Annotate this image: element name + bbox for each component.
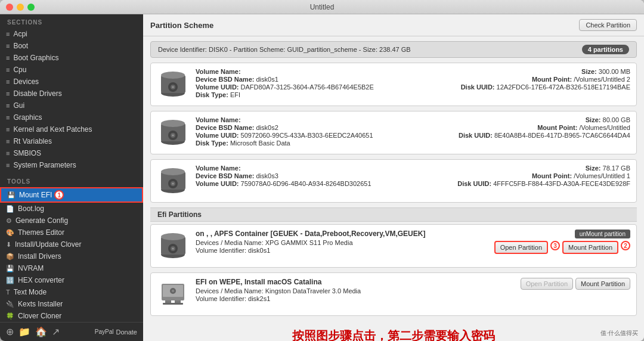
efi-title-2: EFI on WEPE, Install macOS Catalina	[196, 278, 515, 286]
efi-partition-item-2: EFI on WEPE, Install macOS Catalina Devi…	[150, 272, 637, 316]
volume-uuid-field: Volume UUID: 759078A0-6D96-4B40-A934-826…	[196, 180, 410, 187]
volume-name-field: Volume Name:	[196, 68, 410, 75]
close-button[interactable]	[6, 4, 13, 11]
window-controls[interactable]	[6, 4, 35, 11]
list-icon: ≡	[6, 114, 10, 121]
sidebar-item-cpu[interactable]: ≡ Cpu	[0, 64, 143, 76]
sidebar-item-label: Acpi	[13, 30, 27, 38]
sidebar-item-label: Boot.log	[18, 204, 44, 213]
partition-details-2: Volume Name: Device BSD Name: disk0s2 Vo…	[196, 116, 630, 149]
svg-point-2	[161, 72, 185, 79]
sidebar: SECTIONS ≡ Acpi ≡ Boot ≡ Boot Graphics ≡…	[0, 14, 143, 341]
sidebar-item-graphics[interactable]: ≡ Graphics	[0, 111, 143, 123]
sidebar-item-themes-editor[interactable]: 🎨 Themes Editor	[0, 227, 143, 238]
sidebar-item-label: Cpu	[13, 66, 26, 74]
kext-icon: 🔌	[6, 300, 14, 308]
instruction-text: 按照图步骤点击，第二步需要输入密码	[150, 321, 637, 341]
partition-details-1: Volume Name: Device BSD Name: disk0s1 Vo…	[196, 68, 630, 101]
sidebar-item-install-drivers[interactable]: 📦 Install Drivers	[0, 250, 143, 262]
mount-point-field: Mount Point: /Volumes/Untitled 1	[416, 172, 631, 179]
open-partition-button-1[interactable]: Open Partition	[494, 241, 548, 254]
device-bsd-field: Device BSD Name: disk0s1	[196, 76, 410, 83]
disk-icon-2	[157, 116, 190, 149]
palette-icon: 🎨	[6, 229, 14, 237]
sidebar-item-acpi[interactable]: ≡ Acpi	[0, 28, 143, 40]
sidebar-item-hex-converter[interactable]: 🔢 HEX converter	[0, 274, 143, 286]
efi-partition-item-1: on , , APFS Container [GEUEK - Data,Preb…	[150, 224, 637, 268]
svg-point-11	[172, 135, 174, 137]
sidebar-item-label: Disable Drivers	[13, 89, 61, 98]
disk-uuid-field: Disk UUID: 12A2FDC6-17E6-472A-B326-518E1…	[416, 83, 631, 91]
disk-icon-1	[157, 68, 190, 101]
maximize-button[interactable]	[27, 4, 35, 11]
partition-buttons-1: Open Partition 3 Mount Partition 2	[494, 241, 630, 254]
sidebar-item-label: Themes Editor	[18, 228, 64, 237]
disk-uuid-field: Disk UUID: 8E40A8B4-8DE6-417D-B965-7CA6C…	[416, 132, 631, 139]
partition-scroll-area[interactable]: Device Identifier: DISK0 - Partition Sch…	[143, 36, 644, 341]
sidebar-item-label: Graphics	[13, 113, 42, 122]
efi-disk-icon-2	[157, 278, 190, 311]
sidebar-item-kexts-installer[interactable]: 🔌 Kexts Installer	[0, 298, 143, 310]
donate-button[interactable]: PayPal Donate	[95, 328, 137, 336]
driver-icon: 📦	[6, 253, 14, 261]
list-icon: ≡	[6, 162, 10, 169]
sidebar-item-generate-config[interactable]: ⚙ Generate Config	[0, 215, 143, 227]
volume-name-field: Volume Name:	[196, 165, 410, 172]
sidebar-item-label: SMBIOS	[13, 149, 41, 157]
window-title: Untitled	[310, 3, 335, 11]
sidebar-item-boot-graphics[interactable]: ≡ Boot Graphics	[0, 52, 143, 64]
disk-type-field: Disk Type: EFI	[196, 91, 410, 98]
hdd-icon: 💾	[7, 191, 16, 199]
list-icon: ≡	[6, 102, 10, 109]
text-icon: T	[6, 289, 10, 296]
check-partition-button[interactable]: Check Partition	[579, 19, 637, 31]
disk-icon-3	[157, 165, 190, 197]
add-icon[interactable]: ⊕	[6, 326, 14, 337]
home-icon[interactable]: 🏠	[35, 326, 47, 337]
sidebar-item-mount-efi[interactable]: 💾 Mount EFI 1	[0, 187, 143, 203]
sidebar-item-boot[interactable]: ≡ Boot	[0, 40, 143, 52]
sidebar-item-install-update-clover[interactable]: ⬇ Install/Update Clover	[0, 238, 143, 250]
sidebar-item-clover-cloner[interactable]: 🍀 Clover Cloner	[0, 310, 143, 322]
sidebar-item-devices[interactable]: ≡ Devices	[0, 76, 143, 88]
sidebar-item-label: Install/Update Clover	[15, 240, 81, 249]
svg-rect-26	[165, 300, 171, 303]
sidebar-item-label: NVRAM	[18, 264, 44, 272]
clone-icon: 🍀	[6, 312, 14, 320]
sidebar-item-nvram[interactable]: 💾 NVRAM	[0, 262, 143, 274]
mount-partition-button-1[interactable]: Mount Partition	[562, 241, 618, 254]
size-field: Size: 300.00 MB	[416, 68, 631, 75]
svg-point-30	[172, 290, 174, 292]
sidebar-item-gui[interactable]: ≡ Gui	[0, 100, 143, 111]
number-badge-3: 3	[550, 241, 560, 250]
sidebar-item-text-mode[interactable]: T Text Mode	[0, 286, 143, 298]
sidebar-item-boot-log[interactable]: 📄 Boot.log	[0, 203, 143, 215]
content-header: Partition Scheme Check Partition	[143, 14, 644, 36]
share-icon[interactable]: ↗	[52, 326, 60, 337]
minimize-button[interactable]	[17, 4, 24, 11]
partitions-badge: 4 partitions	[582, 45, 629, 54]
list-icon: ≡	[6, 78, 10, 85]
sidebar-item-label: Boot	[13, 42, 28, 50]
sidebar-item-disable-drivers[interactable]: ≡ Disable Drivers	[0, 88, 143, 100]
svg-rect-28	[163, 303, 183, 305]
disk-type-field: Disk Type: Microsoft Basic Data	[196, 140, 410, 147]
efi-partitions-divider: Efi Partitions	[150, 207, 637, 222]
svg-rect-27	[175, 300, 181, 303]
svg-point-5	[172, 86, 174, 88]
sidebar-item-smbios[interactable]: ≡ SMBIOS	[0, 147, 143, 159]
sidebar-item-kernel-kext[interactable]: ≡ Kernel and Kext Patches	[0, 123, 143, 135]
sidebar-item-system-parameters[interactable]: ≡ System Parameters	[0, 159, 143, 171]
list-icon: ≡	[6, 150, 10, 157]
sidebar-item-label: Text Mode	[14, 288, 47, 296]
number-badge-1: 1	[54, 190, 64, 200]
svg-point-14	[161, 168, 185, 175]
sidebar-item-label: Mount EFI	[19, 191, 52, 199]
sidebar-item-rt-variables[interactable]: ≡ Rt Variables	[0, 135, 143, 147]
mount-partition-button-2[interactable]: Mount Partition	[575, 278, 630, 290]
sidebar-item-label: Devices	[13, 78, 39, 86]
efi-devices-media-1: Devices / Media Name: XPG GAMMIX S11 Pro…	[196, 239, 488, 246]
svg-point-23	[172, 248, 174, 250]
partition-item: Volume Name: Device BSD Name: disk0s2 Vo…	[150, 111, 637, 154]
file-icon[interactable]: 📁	[18, 326, 30, 337]
